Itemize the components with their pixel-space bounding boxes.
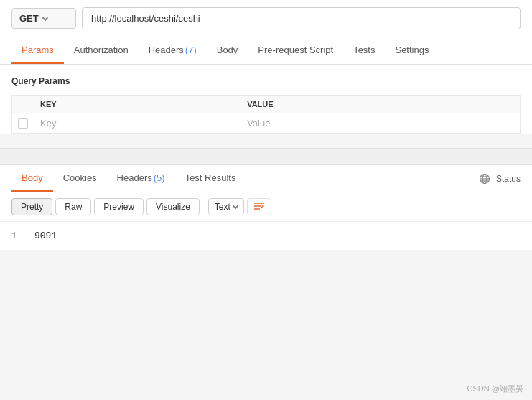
raw-button[interactable]: Raw	[55, 198, 91, 215]
format-toolbar: Pretty Raw Preview Visualize Text	[0, 192, 532, 222]
preview-button[interactable]: Preview	[94, 198, 144, 215]
tab-authorization[interactable]: Authorization	[64, 37, 139, 64]
request-bar: GET	[0, 0, 532, 37]
text-format-dropdown[interactable]: Text	[208, 198, 244, 215]
pretty-button[interactable]: Pretty	[11, 198, 52, 215]
tab-headers[interactable]: Headers(7)	[139, 37, 207, 64]
tab-response-headers[interactable]: Headers(5)	[107, 165, 175, 192]
section-divider	[0, 148, 532, 165]
query-params-title: Query Params	[11, 72, 521, 90]
response-body: 1 9091	[0, 222, 532, 250]
wrap-button[interactable]	[247, 198, 271, 215]
value-placeholder[interactable]: Value	[241, 113, 521, 134]
text-format-chevron-icon	[233, 203, 238, 209]
tab-test-results[interactable]: Test Results	[175, 165, 246, 192]
wrap-icon	[253, 202, 265, 212]
line-number-1: 1	[11, 231, 23, 241]
visualize-button[interactable]: Visualize	[146, 198, 200, 215]
tab-tests[interactable]: Tests	[343, 37, 385, 64]
text-format-label: Text	[215, 202, 230, 212]
checkbox-col-header	[12, 96, 34, 113]
request-tabs: Params Authorization Headers(7) Body Pre…	[0, 37, 532, 65]
tab-response-body[interactable]: Body	[11, 165, 53, 192]
key-column-header: KEY	[34, 96, 241, 113]
method-chevron-icon	[42, 14, 47, 20]
row-checkbox[interactable]	[18, 118, 28, 129]
tab-cookies[interactable]: Cookies	[53, 165, 107, 192]
url-input[interactable]	[82, 7, 521, 29]
line-content-1: 9091	[34, 231, 57, 241]
response-tabs: Body Cookies Headers(5) Test Results Sta…	[0, 165, 532, 192]
response-right-area: Status	[479, 173, 521, 185]
method-selector[interactable]: GET	[11, 8, 76, 29]
value-column-header: VALUE	[241, 96, 521, 113]
tab-settings[interactable]: Settings	[385, 37, 439, 64]
params-table: KEY VALUE Key Value	[11, 95, 521, 134]
tab-params[interactable]: Params	[11, 37, 64, 64]
line-1: 1 9091	[11, 231, 521, 241]
status-label: Status	[496, 174, 521, 184]
globe-icon	[479, 173, 490, 185]
method-text: GET	[19, 13, 39, 24]
tab-pre-request-script[interactable]: Pre-request Script	[248, 37, 343, 64]
key-placeholder[interactable]: Key	[34, 113, 241, 134]
query-params-section: Query Params KEY VALUE Key Value	[0, 65, 532, 134]
table-row: Key Value	[12, 113, 521, 134]
tab-body[interactable]: Body	[207, 37, 248, 64]
